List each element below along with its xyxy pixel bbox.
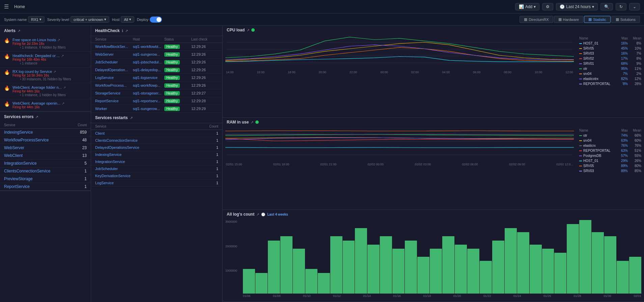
system-name-filter: System name RX1 ▾ [4,16,45,23]
external-link-icon[interactable]: ↗ [247,28,249,32]
ram-legend-max-col: Max [614,129,628,132]
service-restart-row[interactable]: ClientsConnectionService 1 [91,137,222,144]
healthcheck-row[interactable]: ReportService sql1-reportserv... Healthy… [91,97,222,105]
service-error-row[interactable]: ReportService 1 [0,183,91,191]
legend-color [579,156,582,156]
tab-statistic[interactable]: ▦ Statistic [584,16,611,23]
service-error-row[interactable]: WorkflowProcessService 48 [0,136,91,144]
legend-name: srv04 [579,72,614,76]
legend-mean: 28% [628,82,641,86]
external-link-icon[interactable]: ↗ [256,213,259,216]
alert-name: WebClient. Average folder n... [12,85,62,89]
healthcheck-row[interactable]: Worker sql1-sungerow... Healthy 12:29:29 [91,105,222,113]
refresh-button[interactable]: ↻ [616,3,626,10]
service-restart-row[interactable]: IndexingService 1 [91,151,222,158]
ram-legend-max: 29% [614,159,628,163]
alert-link[interactable]: ↗ [53,70,56,74]
table-icon: ▦ [558,17,562,22]
service-error-row[interactable]: WebClient 13 [0,152,91,160]
external-link-icon[interactable]: ↗ [251,120,253,124]
sr-count: 1 [191,138,218,142]
service-restart-row[interactable]: Client 1 [91,130,222,137]
external-link-icon[interactable]: ↗ [130,116,133,120]
sr-count: 1 [191,131,218,135]
ram-x-label: 02/02 03:00 [415,163,431,166]
service-error-row[interactable]: IndexingService 859 [0,129,91,136]
healthcheck-row[interactable]: WebServer sql1-sungerow... Healthy 12:29… [91,51,222,58]
tab-solutions[interactable]: ▦ Solutions [611,16,640,23]
alert-item[interactable]: 🔥 Free space on Linux hosts ↗ Firing for… [0,36,91,52]
service-restart-row[interactable]: JobScheduler 1 [91,165,222,172]
sr-service: DelayedOperationsService [95,145,191,149]
cpu-load-header: CPU load ↗ [223,26,644,34]
legend-color [579,135,582,136]
healthcheck-row[interactable]: StorageService sql1-storageser... Health… [91,89,222,97]
alert-link[interactable]: ↗ [63,86,66,89]
external-link-icon[interactable]: ↗ [35,115,38,119]
ram-legend-name: REPORTPORTAL [579,149,614,153]
log-bar [442,236,454,294]
hc-lastcheck: 12:29:26 [191,45,218,49]
alert-name: RX log count by Service [12,70,52,74]
sr-service: IndexingService [95,153,191,157]
legend-max-col: Max [614,36,628,40]
ram-legend-name-col: Name [579,129,614,132]
external-link-icon[interactable]: ↗ [18,29,20,33]
add-button[interactable]: 📊 Add ▾ [515,3,539,10]
healthcheck-row[interactable]: DelayedOperation... sql1-delayedop... He… [91,66,222,74]
legend-color [579,53,582,54]
more-button[interactable]: ⌄ [629,3,640,10]
deploy-label: Deploy [137,18,148,22]
cpu-x-label: 12:00 [565,71,573,74]
healthcheck-row[interactable]: WorkflowProcess... sql1-workflowp... Hea… [91,82,222,89]
alert-item[interactable]: 🔥 RX log count by Service ↗ Firing for 1… [0,67,91,83]
services-errors-rows: IndexingService 859 WorkflowProcessServi… [0,129,91,191]
healthcheck-row[interactable]: WorkflowBlockSer... sql1-workflowbl... H… [91,43,222,51]
alert-detail: › 1 instance, 6 hidden by filters [12,46,66,49]
service-error-row[interactable]: ClientsConnectionService 1 [0,167,91,175]
tab-directumrx[interactable]: ▦ DirectumRX [520,16,553,23]
tab-hardware[interactable]: ▦ Hardware [554,16,584,23]
system-name-dropdown[interactable]: RX1 ▾ [28,16,44,23]
settings-button[interactable]: ⚙ [542,3,553,10]
alert-item[interactable]: 🔥 WebClient. Average folder n... ↗ Firin… [0,83,91,99]
hc-host: sql1-sungerow... [133,107,164,111]
legend-mean: 11% [628,67,641,71]
alert-link[interactable]: ↗ [62,102,64,105]
hc-service: StorageService [95,91,133,95]
hc-col-service: Service [95,37,133,41]
chevron-down-icon: ▾ [592,4,594,9]
alert-link[interactable]: ↗ [61,54,64,58]
deploy-toggle[interactable] [150,17,162,23]
healthcheck-row[interactable]: JobScheduler sql1-jobschedul... Healthy … [91,58,222,66]
alert-status: Firing for 44m 16s [12,105,64,109]
severity-dropdown[interactable]: critical + unknown ▾ [71,16,109,23]
search-button[interactable]: 🔍 [600,3,613,10]
host-dropdown[interactable]: All ▾ [121,16,134,23]
legend-mean: 10% [628,47,641,50]
healthcheck-row[interactable]: LogService sql1-logservice Healthy 12:29… [91,74,222,82]
alert-item[interactable]: 🔥 Healthcheck: Dergaded or ... ↗ Firing … [0,52,91,67]
healthcheck-section: HealthCheck ℹ ↗ Service Host Status Last… [91,26,222,113]
hc-status: Healthy [164,67,191,72]
service-restart-row[interactable]: DelayedOperationsService 1 [91,144,222,151]
legend-color [579,74,582,74]
sr-count: 1 [191,153,218,157]
service-restart-row[interactable]: IntegrationService 1 [91,158,222,165]
logs-title: All log's count [227,212,254,217]
time-range-button[interactable]: 🕐 Last 24 hours ▾ [556,3,598,10]
alert-item[interactable]: 🔥 WebClient. Average openin... ↗ Firing … [0,99,91,111]
external-link-icon[interactable]: ↗ [125,29,128,33]
service-error-row[interactable]: WebServer 23 [0,144,91,152]
service-error-row[interactable]: IntegrationService 5 [0,160,91,167]
service-restart-row[interactable]: LogService 1 [91,180,222,187]
healthcheck-rows: WorkflowBlockSer... sql1-workflowbl... H… [91,43,222,113]
alert-link[interactable]: ↗ [57,38,60,42]
service-error-row[interactable]: PreviewStorage 1 [0,175,91,183]
chevron-down-icon: ▾ [104,17,106,22]
alerts-section: Alerts ↗ 🔥 Free space on Linux hosts ↗ F… [0,26,91,112]
ram-x-label: 02/01 15:00 [226,163,242,166]
service-restart-row[interactable]: KeyDerivationService 1 [91,172,222,180]
alert-status: Firing for 16h 40m 46s [12,58,64,61]
menu-icon[interactable]: ☰ [4,3,9,10]
